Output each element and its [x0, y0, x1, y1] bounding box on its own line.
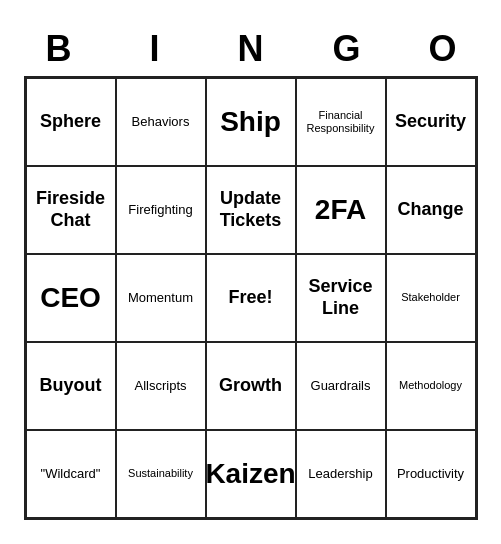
bingo-header: B I N G O: [11, 24, 491, 76]
cell-0-0[interactable]: Sphere: [26, 78, 116, 166]
cell-4-0[interactable]: "Wildcard": [26, 430, 116, 518]
cell-2-3[interactable]: Service Line: [296, 254, 386, 342]
cell-1-1[interactable]: Firefighting: [116, 166, 206, 254]
header-g: G: [302, 28, 392, 70]
cell-2-2-free[interactable]: Free!: [206, 254, 296, 342]
cell-3-0[interactable]: Buyout: [26, 342, 116, 430]
cell-1-4[interactable]: Change: [386, 166, 476, 254]
cell-4-2[interactable]: Kaizen: [206, 430, 296, 518]
cell-3-4[interactable]: Methodology: [386, 342, 476, 430]
cell-3-1[interactable]: Allscripts: [116, 342, 206, 430]
cell-4-1[interactable]: Sustainability: [116, 430, 206, 518]
cell-0-3[interactable]: Financial Responsibility: [296, 78, 386, 166]
cell-4-4[interactable]: Productivity: [386, 430, 476, 518]
header-b: B: [14, 28, 104, 70]
cell-4-3[interactable]: Leadership: [296, 430, 386, 518]
header-o: O: [398, 28, 488, 70]
cell-0-2[interactable]: Ship: [206, 78, 296, 166]
cell-1-0[interactable]: Fireside Chat: [26, 166, 116, 254]
cell-3-3[interactable]: Guardrails: [296, 342, 386, 430]
cell-3-2[interactable]: Growth: [206, 342, 296, 430]
cell-2-1[interactable]: Momentum: [116, 254, 206, 342]
cell-1-3[interactable]: 2FA: [296, 166, 386, 254]
cell-0-1[interactable]: Behaviors: [116, 78, 206, 166]
cell-1-2[interactable]: Update Tickets: [206, 166, 296, 254]
header-n: N: [206, 28, 296, 70]
bingo-grid: Sphere Behaviors Ship Financial Responsi…: [24, 76, 478, 520]
cell-2-0[interactable]: CEO: [26, 254, 116, 342]
cell-2-4[interactable]: Stakeholder: [386, 254, 476, 342]
bingo-card: B I N G O Sphere Behaviors Ship Financia…: [11, 24, 491, 520]
header-i: I: [110, 28, 200, 70]
cell-0-4[interactable]: Security: [386, 78, 476, 166]
